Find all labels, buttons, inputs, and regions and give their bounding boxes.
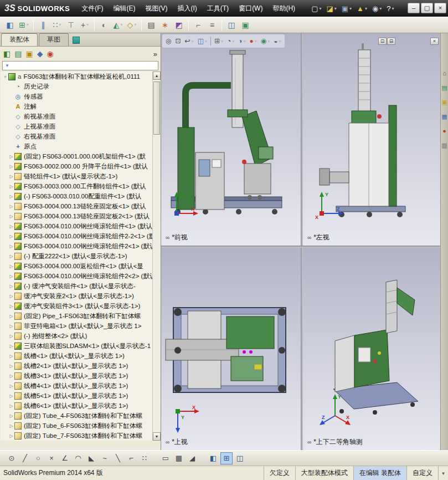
sketch-spline-button[interactable]: ~ [99, 452, 111, 464]
panel-expand-chevron[interactable]: » [153, 50, 157, 58]
tree-item[interactable]: ▷菲亚特电箱<1> (默认<默认>_显示状态 1> [1, 321, 153, 331]
sketch-angle-button[interactable]: ∠ [59, 452, 71, 464]
expander-icon[interactable]: ▷ [8, 324, 14, 329]
link-views-button[interactable]: ◫ [234, 452, 246, 464]
tree-item[interactable]: ◇右视基准面 [1, 131, 153, 141]
tree-item[interactable]: ▷(-) FS063-0003.010.00配重组件<1> (默认 [1, 191, 153, 201]
slot-button[interactable]: ▭ [159, 452, 172, 464]
tree-item[interactable]: ▷(固定) Pipe_1-FS063缸体翻转和下缸体螺 [1, 311, 153, 321]
expander-icon[interactable]: ▷ [8, 334, 14, 339]
menu-file[interactable]: 文件(F) [76, 2, 108, 16]
tree-item[interactable]: ▷(-) 抱钳整体<2> (默认) [1, 331, 153, 341]
menu-edit[interactable]: 编辑(E) [108, 2, 140, 16]
grid-system-button[interactable]: ▦ [173, 452, 185, 464]
file-explorer-icon[interactable]: ▣ [441, 99, 447, 105]
tree-item[interactable]: ▷FS063-0004.010.00钢丝绳滚轮组件2<1> (默认 [1, 241, 153, 251]
tree-item[interactable]: ◇上视基准面 [1, 121, 153, 131]
expander-icon[interactable]: ▷ [8, 433, 14, 438]
measure-button[interactable]: ⌐ [192, 18, 205, 32]
rebuild-alert-button[interactable]: ▲▾ [354, 2, 369, 14]
expander-icon[interactable]: ▷ [8, 314, 14, 319]
bill-of-materials-button[interactable]: ▤ [145, 18, 158, 32]
close-button[interactable]: × [434, 3, 446, 13]
view-orientation-button[interactable]: ⊞▾ [213, 35, 225, 47]
tree-item[interactable]: ▷(固定) FS063-0001.000.00机架组件<1> (默 [1, 151, 153, 161]
tree-item[interactable]: ▷FS063-0004.000.13链轮座固定板<1> (默认 [1, 201, 153, 211]
edit-component-button[interactable]: ◧ [3, 18, 17, 32]
save-button[interactable]: ▣▾ [339, 2, 354, 14]
section-view-button[interactable]: ◫ [225, 18, 238, 32]
assembly-features-button[interactable]: ◭▾ [111, 18, 125, 32]
smart-fasteners-button[interactable]: ⊤ [64, 18, 78, 32]
expander-icon[interactable]: ▷ [8, 423, 14, 428]
tree-item[interactable]: ▷FS063-0004.010.00钢丝绳滚轮组件<1> (默认 [1, 221, 153, 231]
maximize-button[interactable]: ▢ [421, 3, 433, 13]
hide-show-items-button[interactable]: ◑▾ [236, 35, 247, 47]
single-view-button[interactable]: ◧ [207, 452, 219, 464]
previous-view-button[interactable]: ↩▾ [183, 35, 195, 47]
expander-icon[interactable]: ▷ [8, 234, 14, 239]
screen-capture-button[interactable]: ▣ [239, 18, 252, 32]
tree-item[interactable]: ▷FS063-0004.010.00钢丝绳滚轮组件2-2<1> (默 [1, 231, 153, 241]
sketch-point-button[interactable]: ⊙ [6, 452, 18, 464]
expander-icon[interactable]: ▷ [8, 244, 14, 249]
menu-view[interactable]: 视图(V) [140, 2, 172, 16]
tree-item[interactable]: ▷线槽4<1> (默认<默认>_显示状态 1>) [1, 381, 153, 391]
tree-item-root[interactable]: ▿aFS063缸体翻转和下缸体螺栓返松机,0111 [1, 72, 153, 81]
tree-item[interactable]: ▷线槽5<1> (默认<默认>_显示状态 1>) [1, 391, 153, 401]
tree-item[interactable]: ▷链轮组件<1> (默认<显示状态-1>) [1, 171, 153, 181]
sketch-line-button[interactable]: ╱ [19, 452, 31, 464]
scrollbar-thumb[interactable] [153, 81, 160, 135]
tab-assembly[interactable]: 装配体 [1, 33, 38, 46]
expander-icon[interactable]: ▷ [8, 364, 14, 369]
sketch-trim-button[interactable]: × [45, 452, 58, 464]
expander-icon[interactable]: ▷ [8, 174, 14, 179]
viewport-minimize-button[interactable]: ⊟ [387, 38, 395, 45]
section-view-button[interactable]: ◫▾ [196, 35, 209, 47]
mate-button[interactable]: ∥ [37, 18, 50, 32]
propertymanager-button[interactable]: ▤ [14, 49, 22, 58]
new-document-button[interactable]: ▢▾ [309, 2, 323, 14]
tree-item[interactable]: ▷FS063-0004.010.00钢丝绳滚轮组件2<2> (默认 [1, 271, 153, 281]
tab-sketch[interactable]: 草图 [39, 33, 69, 46]
menu-window[interactable]: 窗口(W) [234, 2, 267, 16]
expander-icon[interactable]: ▷ [8, 413, 14, 418]
zoom-to-area-button[interactable]: ⊡ [173, 35, 182, 47]
sketch-mirror-button[interactable]: ╲ [112, 452, 124, 464]
design-library-icon[interactable]: ▤ [441, 84, 447, 91]
expander-icon[interactable]: ▷ [8, 284, 14, 289]
interference-detection-button[interactable]: ◩ [172, 18, 186, 32]
viewport-front[interactable]: ◎⊡↩▾◫▾⊞▾◔▾◑▾●▾◉▾◒▾ Y X ∞ *前视 [161, 33, 301, 246]
open-document-button[interactable]: ◪▾ [324, 2, 338, 14]
tree-item[interactable]: ▷(固定) Tube_4-FS063缸体翻转和下缸体螺 [1, 411, 153, 421]
instant3d-button[interactable]: ◢ [186, 452, 198, 464]
reference-geometry-button[interactable]: ◇▾ [125, 18, 138, 32]
display-style-button[interactable]: ◔▾ [225, 35, 236, 47]
configurationmanager-button[interactable]: ▣ [25, 49, 33, 58]
dimxpertmanager-button[interactable]: ◆ [37, 49, 43, 58]
tree-item[interactable]: ▷线槽2<1> (默认<默认>_显示状态 1>) [1, 361, 153, 371]
options-gear-button[interactable]: ◉▾ [370, 2, 384, 14]
expander-icon[interactable]: ▷ [8, 304, 14, 309]
zoom-to-fit-button[interactable]: ◎ [164, 35, 173, 47]
edit-appearance-button[interactable]: ●▾ [248, 35, 259, 47]
tree-item[interactable]: ▷(-) 配重2222<1> (默认<显示状态-1>) [1, 251, 153, 261]
filter-input[interactable] [12, 62, 156, 70]
tree-item[interactable]: ▷(固定) Tube_7-FS063缸体翻转和下缸体螺 [1, 431, 153, 441]
close-viewport-button[interactable]: × [430, 38, 439, 45]
tree-item[interactable]: ▷三联体组装图SLDASM<1> (默认<显示状态-1 [1, 341, 153, 351]
tree-scrollbar[interactable]: ▲ ▼ [152, 72, 161, 441]
tree-item[interactable]: ▷FS063-0004.000.13链轮座固定板2<1> (默认 [1, 211, 153, 221]
panel-extra-tab[interactable] [73, 37, 80, 44]
tree-item[interactable]: ▷线槽<1> (默认<默认>_显示状态 1>) [1, 351, 153, 361]
menu-insert[interactable]: 插入(I) [172, 2, 202, 16]
show-hidden-components-button[interactable]: ◐ [97, 18, 111, 32]
tree-item[interactable]: ▷(-) 缓冲气安装组件<1> (默认<显示状态- [1, 281, 153, 291]
expander-icon[interactable]: ▷ [8, 294, 14, 299]
tree-item[interactable]: ▷FS063-0003.000.00工件翻转组件<1> (默认 [1, 181, 153, 191]
expander-icon[interactable]: ▿ [2, 74, 8, 79]
solidworks-resources-icon[interactable]: ⌂ [442, 70, 446, 76]
viewport-left[interactable]: Y Z X ∞ *左视 [303, 33, 440, 246]
custom-status-button[interactable]: 自定义 [406, 466, 438, 480]
tree-item[interactable]: ◇前视基准面 [1, 111, 153, 121]
